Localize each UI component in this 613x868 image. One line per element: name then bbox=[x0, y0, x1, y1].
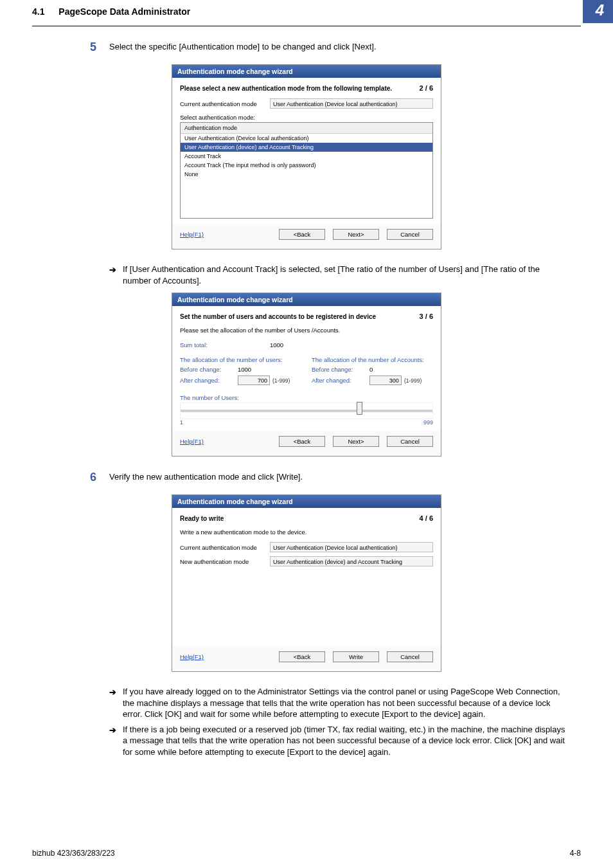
note-item: ➔ If there is a job being executed or a … bbox=[109, 724, 568, 758]
wizard-subtitle: Ready to write bbox=[180, 515, 224, 522]
users-slider[interactable] bbox=[180, 402, 433, 419]
wizard-title: Authentication mode change wizard bbox=[172, 293, 441, 306]
wizard-page-indicator: 2 / 6 bbox=[420, 84, 433, 92]
auth-wizard-step2: Authentication mode change wizard Please… bbox=[172, 64, 441, 249]
step-text: Select the specific [Authentication mode… bbox=[109, 41, 377, 51]
cancel-button[interactable]: Cancel bbox=[387, 229, 433, 240]
note-text: If [User Authentication and Account Trac… bbox=[123, 264, 568, 286]
step-5: 5 Select the specific [Authentication mo… bbox=[90, 41, 581, 54]
sum-total-value: 1000 bbox=[270, 341, 283, 348]
note-item: ➔ If [User Authentication and Account Tr… bbox=[109, 264, 568, 286]
users-range: (1-999) bbox=[272, 377, 290, 384]
arrow-icon: ➔ bbox=[109, 686, 116, 698]
auth-wizard-step4: Authentication mode change wizard Ready … bbox=[172, 494, 441, 672]
arrow-icon: ➔ bbox=[109, 724, 116, 736]
header-title-text: PageScope Data Administrator bbox=[58, 6, 190, 17]
next-button[interactable]: Next> bbox=[333, 436, 379, 447]
current-mode-field: User Authentication (Device local authen… bbox=[270, 542, 433, 552]
wizard-caption: Write a new authentication mode to the d… bbox=[180, 529, 433, 536]
slider-max: 999 bbox=[423, 419, 433, 426]
step-text: Verify the new authentication mode and c… bbox=[109, 471, 303, 482]
back-button[interactable]: <Back bbox=[279, 651, 325, 662]
wizard-subtitle: Set the number of users and accounts to … bbox=[180, 313, 376, 320]
current-mode-field: User Authentication (Device local authen… bbox=[270, 98, 433, 109]
auth-mode-listbox[interactable]: Authentication mode User Authentication … bbox=[180, 122, 433, 219]
wizard-subtitle: Please select a new authentication mode … bbox=[180, 85, 392, 92]
note-item: ➔ If you have already logged on to the A… bbox=[109, 686, 568, 720]
cancel-button[interactable]: Cancel bbox=[387, 436, 433, 447]
section-number: 4.1 bbox=[32, 6, 44, 17]
current-mode-label: Current authentication mode bbox=[180, 100, 263, 107]
write-button[interactable]: Write bbox=[333, 651, 379, 662]
current-mode-label: Current authentication mode bbox=[180, 544, 263, 551]
wizard-title: Authentication mode change wizard bbox=[172, 495, 441, 508]
list-item[interactable]: Account Track (The input method is only … bbox=[181, 161, 432, 170]
list-item[interactable]: User Authentication (Device local authen… bbox=[181, 134, 432, 143]
slider-min: 1 bbox=[180, 419, 183, 426]
select-mode-label: Select authentication mode: bbox=[180, 114, 433, 121]
list-item[interactable]: User Authentication (device) and Account… bbox=[181, 143, 432, 152]
chapter-badge: 4 bbox=[583, 0, 613, 23]
page-header: 4.1 PageScope Data Administrator 4 bbox=[32, 0, 581, 26]
step-6: 6 Verify the new authentication mode and… bbox=[90, 471, 581, 484]
before-label: Before change: bbox=[312, 366, 369, 373]
cancel-button[interactable]: Cancel bbox=[387, 651, 433, 662]
header-title: 4.1 PageScope Data Administrator bbox=[32, 6, 190, 17]
wizard-page-indicator: 3 / 6 bbox=[420, 312, 433, 320]
slider-title: The number of Users: bbox=[180, 394, 433, 401]
step-number: 6 bbox=[90, 471, 109, 484]
accounts-before-value: 0 bbox=[369, 366, 373, 373]
help-link[interactable]: Help(F1) bbox=[180, 231, 204, 238]
listbox-header: Authentication mode bbox=[181, 123, 432, 134]
next-button[interactable]: Next> bbox=[333, 229, 379, 240]
users-after-input[interactable]: 700 bbox=[238, 375, 270, 385]
note-text: If there is a job being executed or a re… bbox=[123, 724, 568, 758]
new-mode-label: New authentication mode bbox=[180, 558, 263, 565]
accounts-heading: The allocation of the number of Accounts… bbox=[312, 356, 433, 363]
back-button[interactable]: <Back bbox=[279, 229, 325, 240]
sum-total-label: Sum total: bbox=[180, 341, 238, 348]
after-label: After changed: bbox=[312, 377, 369, 384]
help-link[interactable]: Help(F1) bbox=[180, 653, 204, 660]
wizard-caption: Please set the allocation of the number … bbox=[180, 327, 433, 334]
list-item[interactable]: None bbox=[181, 170, 432, 179]
back-button[interactable]: <Back bbox=[279, 436, 325, 447]
list-item[interactable]: Account Track bbox=[181, 152, 432, 161]
after-label: After changed: bbox=[180, 377, 238, 384]
accounts-range: (1-999) bbox=[404, 377, 422, 384]
help-link[interactable]: Help(F1) bbox=[180, 438, 204, 445]
users-before-value: 1000 bbox=[238, 366, 251, 373]
arrow-icon: ➔ bbox=[109, 264, 116, 276]
auth-wizard-step3: Authentication mode change wizard Set th… bbox=[172, 293, 441, 457]
wizard-title: Authentication mode change wizard bbox=[172, 65, 441, 78]
new-mode-field: User Authentication (device) and Account… bbox=[270, 556, 433, 566]
before-label: Before change: bbox=[180, 366, 238, 373]
note-text: If you have already logged on to the Adm… bbox=[123, 686, 568, 720]
accounts-after-input[interactable]: 300 bbox=[369, 375, 402, 385]
step-number: 5 bbox=[90, 41, 109, 54]
slider-thumb[interactable] bbox=[357, 402, 362, 415]
wizard-page-indicator: 4 / 6 bbox=[420, 514, 433, 522]
users-heading: The allocation of the number of users: bbox=[180, 356, 301, 363]
